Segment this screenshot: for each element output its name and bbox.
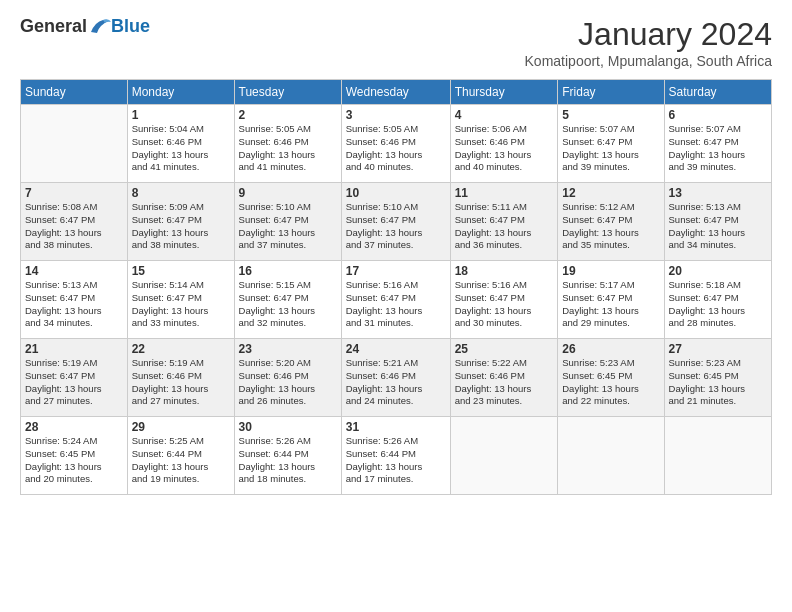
day-info: Sunrise: 5:19 AM Sunset: 6:47 PM Dayligh… xyxy=(25,357,123,408)
table-row: 27Sunrise: 5:23 AM Sunset: 6:45 PM Dayli… xyxy=(664,339,771,417)
table-row: 2Sunrise: 5:05 AM Sunset: 6:46 PM Daylig… xyxy=(234,105,341,183)
day-number: 7 xyxy=(25,186,123,200)
table-row: 8Sunrise: 5:09 AM Sunset: 6:47 PM Daylig… xyxy=(127,183,234,261)
table-row: 20Sunrise: 5:18 AM Sunset: 6:47 PM Dayli… xyxy=(664,261,771,339)
title-section: January 2024 Komatipoort, Mpumalanga, So… xyxy=(525,16,772,69)
day-number: 10 xyxy=(346,186,446,200)
day-number: 6 xyxy=(669,108,767,122)
table-row xyxy=(450,417,558,495)
header-thursday: Thursday xyxy=(450,80,558,105)
day-number: 8 xyxy=(132,186,230,200)
day-number: 28 xyxy=(25,420,123,434)
table-row: 22Sunrise: 5:19 AM Sunset: 6:46 PM Dayli… xyxy=(127,339,234,417)
day-number: 14 xyxy=(25,264,123,278)
day-number: 2 xyxy=(239,108,337,122)
day-info: Sunrise: 5:06 AM Sunset: 6:46 PM Dayligh… xyxy=(455,123,554,174)
logo-general-text: General xyxy=(20,16,87,37)
table-row: 10Sunrise: 5:10 AM Sunset: 6:47 PM Dayli… xyxy=(341,183,450,261)
day-info: Sunrise: 5:04 AM Sunset: 6:46 PM Dayligh… xyxy=(132,123,230,174)
calendar-week-row: 21Sunrise: 5:19 AM Sunset: 6:47 PM Dayli… xyxy=(21,339,772,417)
day-info: Sunrise: 5:26 AM Sunset: 6:44 PM Dayligh… xyxy=(239,435,337,486)
header-sunday: Sunday xyxy=(21,80,128,105)
table-row: 31Sunrise: 5:26 AM Sunset: 6:44 PM Dayli… xyxy=(341,417,450,495)
day-info: Sunrise: 5:19 AM Sunset: 6:46 PM Dayligh… xyxy=(132,357,230,408)
table-row: 21Sunrise: 5:19 AM Sunset: 6:47 PM Dayli… xyxy=(21,339,128,417)
header-saturday: Saturday xyxy=(664,80,771,105)
day-number: 30 xyxy=(239,420,337,434)
day-info: Sunrise: 5:09 AM Sunset: 6:47 PM Dayligh… xyxy=(132,201,230,252)
table-row: 18Sunrise: 5:16 AM Sunset: 6:47 PM Dayli… xyxy=(450,261,558,339)
day-number: 13 xyxy=(669,186,767,200)
header-friday: Friday xyxy=(558,80,664,105)
day-number: 22 xyxy=(132,342,230,356)
day-info: Sunrise: 5:26 AM Sunset: 6:44 PM Dayligh… xyxy=(346,435,446,486)
table-row: 24Sunrise: 5:21 AM Sunset: 6:46 PM Dayli… xyxy=(341,339,450,417)
day-number: 18 xyxy=(455,264,554,278)
day-info: Sunrise: 5:05 AM Sunset: 6:46 PM Dayligh… xyxy=(239,123,337,174)
day-info: Sunrise: 5:13 AM Sunset: 6:47 PM Dayligh… xyxy=(25,279,123,330)
table-row: 17Sunrise: 5:16 AM Sunset: 6:47 PM Dayli… xyxy=(341,261,450,339)
header-tuesday: Tuesday xyxy=(234,80,341,105)
logo-bird-icon xyxy=(89,18,111,36)
table-row: 30Sunrise: 5:26 AM Sunset: 6:44 PM Dayli… xyxy=(234,417,341,495)
day-number: 9 xyxy=(239,186,337,200)
day-number: 19 xyxy=(562,264,659,278)
table-row: 29Sunrise: 5:25 AM Sunset: 6:44 PM Dayli… xyxy=(127,417,234,495)
day-info: Sunrise: 5:07 AM Sunset: 6:47 PM Dayligh… xyxy=(562,123,659,174)
day-info: Sunrise: 5:17 AM Sunset: 6:47 PM Dayligh… xyxy=(562,279,659,330)
logo: General Blue xyxy=(20,16,150,37)
table-row: 11Sunrise: 5:11 AM Sunset: 6:47 PM Dayli… xyxy=(450,183,558,261)
table-row: 14Sunrise: 5:13 AM Sunset: 6:47 PM Dayli… xyxy=(21,261,128,339)
month-title: January 2024 xyxy=(525,16,772,53)
table-row: 25Sunrise: 5:22 AM Sunset: 6:46 PM Dayli… xyxy=(450,339,558,417)
table-row xyxy=(21,105,128,183)
day-info: Sunrise: 5:13 AM Sunset: 6:47 PM Dayligh… xyxy=(669,201,767,252)
day-info: Sunrise: 5:11 AM Sunset: 6:47 PM Dayligh… xyxy=(455,201,554,252)
calendar-week-row: 14Sunrise: 5:13 AM Sunset: 6:47 PM Dayli… xyxy=(21,261,772,339)
table-row xyxy=(558,417,664,495)
day-info: Sunrise: 5:25 AM Sunset: 6:44 PM Dayligh… xyxy=(132,435,230,486)
day-number: 23 xyxy=(239,342,337,356)
day-number: 3 xyxy=(346,108,446,122)
day-info: Sunrise: 5:16 AM Sunset: 6:47 PM Dayligh… xyxy=(346,279,446,330)
day-number: 4 xyxy=(455,108,554,122)
calendar-week-row: 1Sunrise: 5:04 AM Sunset: 6:46 PM Daylig… xyxy=(21,105,772,183)
table-row: 13Sunrise: 5:13 AM Sunset: 6:47 PM Dayli… xyxy=(664,183,771,261)
day-info: Sunrise: 5:05 AM Sunset: 6:46 PM Dayligh… xyxy=(346,123,446,174)
table-row xyxy=(664,417,771,495)
day-info: Sunrise: 5:22 AM Sunset: 6:46 PM Dayligh… xyxy=(455,357,554,408)
day-info: Sunrise: 5:23 AM Sunset: 6:45 PM Dayligh… xyxy=(669,357,767,408)
day-info: Sunrise: 5:23 AM Sunset: 6:45 PM Dayligh… xyxy=(562,357,659,408)
day-number: 5 xyxy=(562,108,659,122)
day-info: Sunrise: 5:20 AM Sunset: 6:46 PM Dayligh… xyxy=(239,357,337,408)
table-row: 15Sunrise: 5:14 AM Sunset: 6:47 PM Dayli… xyxy=(127,261,234,339)
header-monday: Monday xyxy=(127,80,234,105)
day-number: 20 xyxy=(669,264,767,278)
day-number: 17 xyxy=(346,264,446,278)
day-number: 24 xyxy=(346,342,446,356)
day-number: 1 xyxy=(132,108,230,122)
table-row: 9Sunrise: 5:10 AM Sunset: 6:47 PM Daylig… xyxy=(234,183,341,261)
day-number: 27 xyxy=(669,342,767,356)
table-row: 7Sunrise: 5:08 AM Sunset: 6:47 PM Daylig… xyxy=(21,183,128,261)
header-wednesday: Wednesday xyxy=(341,80,450,105)
table-row: 3Sunrise: 5:05 AM Sunset: 6:46 PM Daylig… xyxy=(341,105,450,183)
day-info: Sunrise: 5:10 AM Sunset: 6:47 PM Dayligh… xyxy=(346,201,446,252)
day-info: Sunrise: 5:18 AM Sunset: 6:47 PM Dayligh… xyxy=(669,279,767,330)
location-subtitle: Komatipoort, Mpumalanga, South Africa xyxy=(525,53,772,69)
day-number: 15 xyxy=(132,264,230,278)
table-row: 19Sunrise: 5:17 AM Sunset: 6:47 PM Dayli… xyxy=(558,261,664,339)
day-info: Sunrise: 5:10 AM Sunset: 6:47 PM Dayligh… xyxy=(239,201,337,252)
calendar-week-row: 28Sunrise: 5:24 AM Sunset: 6:45 PM Dayli… xyxy=(21,417,772,495)
calendar-table: Sunday Monday Tuesday Wednesday Thursday… xyxy=(20,79,772,495)
day-number: 21 xyxy=(25,342,123,356)
day-number: 16 xyxy=(239,264,337,278)
logo-blue-text: Blue xyxy=(111,16,150,37)
day-number: 12 xyxy=(562,186,659,200)
day-info: Sunrise: 5:07 AM Sunset: 6:47 PM Dayligh… xyxy=(669,123,767,174)
table-row: 12Sunrise: 5:12 AM Sunset: 6:47 PM Dayli… xyxy=(558,183,664,261)
day-info: Sunrise: 5:12 AM Sunset: 6:47 PM Dayligh… xyxy=(562,201,659,252)
table-row: 28Sunrise: 5:24 AM Sunset: 6:45 PM Dayli… xyxy=(21,417,128,495)
calendar-header-row: Sunday Monday Tuesday Wednesday Thursday… xyxy=(21,80,772,105)
day-info: Sunrise: 5:08 AM Sunset: 6:47 PM Dayligh… xyxy=(25,201,123,252)
